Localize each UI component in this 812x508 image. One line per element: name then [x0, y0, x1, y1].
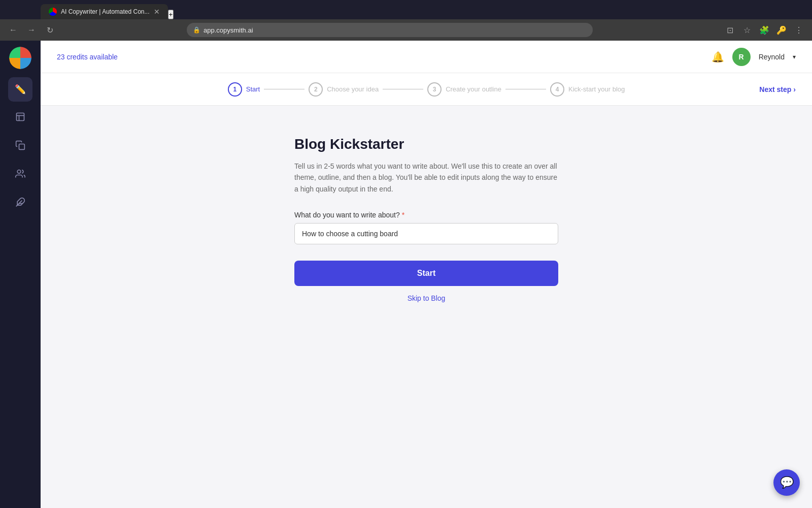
stepper: 1 Start 2 Choose your idea 3 Create your…: [228, 82, 625, 97]
step-4-label: Kick-start your blog: [568, 85, 625, 93]
new-tab-button[interactable]: +: [168, 10, 174, 19]
step-2-circle: 2: [309, 82, 323, 97]
step-connector-1: [264, 89, 304, 89]
step-1-label: Start: [246, 85, 260, 93]
url-text: app.copysmith.ai: [204, 26, 253, 34]
pen-icon: ✏️: [15, 84, 26, 95]
copy-icon: [15, 140, 25, 153]
menu-icon[interactable]: ⋮: [792, 23, 806, 37]
sidebar: ✏️: [0, 41, 41, 508]
extensions-icon[interactable]: 🧩: [757, 23, 771, 37]
tab-bar: AI Copywriter | Automated Con... ✕ +: [0, 0, 812, 19]
step-connector-3: [505, 89, 546, 89]
cast-icon[interactable]: ⊡: [723, 23, 737, 37]
chat-bubble-button[interactable]: 💬: [773, 469, 800, 496]
next-step-button[interactable]: Next step ›: [759, 85, 796, 93]
address-bar[interactable]: 🔒 app.copysmith.ai: [187, 23, 593, 37]
skip-to-blog-link[interactable]: Skip to Blog: [294, 294, 558, 302]
tab-favicon: [49, 8, 57, 16]
required-star: *: [402, 211, 404, 219]
document-icon: [15, 112, 25, 124]
chevron-right-icon: ›: [793, 85, 796, 93]
back-button[interactable]: ←: [6, 23, 20, 37]
logo-image: [9, 47, 31, 69]
refresh-button[interactable]: ↻: [43, 23, 57, 37]
stepper-bar: 1 Start 2 Choose your idea 3 Create your…: [41, 73, 812, 106]
sidebar-item-integrations[interactable]: [8, 191, 32, 215]
tab-title: AI Copywriter | Automated Con...: [61, 8, 150, 15]
browser-toolbar: ← → ↻ 🔒 app.copysmith.ai ⊡ ☆ 🧩 🔑 ⋮: [0, 19, 812, 41]
sidebar-item-documents[interactable]: [8, 134, 32, 158]
lock-icon: 🔒: [193, 26, 200, 34]
svg-rect-3: [19, 144, 25, 149]
top-bar-right: 🔔 R Reynold ▾: [712, 48, 796, 66]
step-2-label: Choose your idea: [327, 85, 379, 93]
step-3-circle: 3: [427, 82, 442, 97]
app-logo: [9, 47, 31, 69]
top-bar: 23 credits available 🔔 R Reynold ▾: [41, 41, 812, 73]
step-connector-2: [383, 89, 423, 89]
sidebar-item-team[interactable]: [8, 163, 32, 187]
step-3: 3 Create your outline: [427, 82, 501, 97]
svg-rect-0: [17, 113, 24, 120]
dropdown-arrow-icon[interactable]: ▾: [793, 53, 796, 60]
avatar[interactable]: R: [732, 48, 751, 66]
forward-button[interactable]: →: [24, 23, 39, 37]
form-description: Tell us in 2-5 words what you want to wr…: [294, 161, 558, 195]
toolbar-actions: ⊡ ☆ 🧩 🔑 ⋮: [723, 23, 806, 37]
page-body: Blog Kickstarter Tell us in 2-5 words wh…: [41, 106, 812, 508]
credits-label[interactable]: 23 credits available: [57, 53, 118, 61]
key-icon[interactable]: 🔑: [774, 23, 789, 37]
step-4-circle: 4: [550, 82, 564, 97]
chat-icon: 💬: [780, 476, 794, 489]
sidebar-item-blog[interactable]: ✏️: [8, 77, 32, 102]
app-layout: ✏️: [0, 41, 812, 508]
step-1-circle: 1: [228, 82, 242, 97]
bookmark-icon[interactable]: ☆: [740, 23, 754, 37]
field-group: What do you want to write about? *: [294, 211, 558, 244]
form-card: Blog Kickstarter Tell us in 2-5 words wh…: [294, 136, 558, 302]
topic-input[interactable]: [294, 223, 558, 244]
main-content: 23 credits available 🔔 R Reynold ▾ 1 Sta…: [41, 41, 812, 508]
step-1: 1 Start: [228, 82, 260, 97]
tab-close-button[interactable]: ✕: [154, 8, 160, 16]
step-4: 4 Kick-start your blog: [550, 82, 625, 97]
page-title: Blog Kickstarter: [294, 136, 558, 152]
puzzle-icon: [15, 197, 25, 210]
sidebar-item-templates[interactable]: [8, 106, 32, 130]
step-3-label: Create your outline: [446, 85, 501, 93]
svg-point-4: [17, 170, 21, 173]
browser-chrome: AI Copywriter | Automated Con... ✕ + ← →…: [0, 0, 812, 41]
username-label: Reynold: [759, 53, 785, 61]
notification-bell-icon[interactable]: 🔔: [712, 51, 724, 63]
active-tab[interactable]: AI Copywriter | Automated Con... ✕: [41, 4, 168, 19]
step-2: 2 Choose your idea: [309, 82, 379, 97]
start-button[interactable]: Start: [294, 261, 558, 286]
team-icon: [15, 169, 25, 181]
field-label: What do you want to write about? *: [294, 211, 558, 219]
